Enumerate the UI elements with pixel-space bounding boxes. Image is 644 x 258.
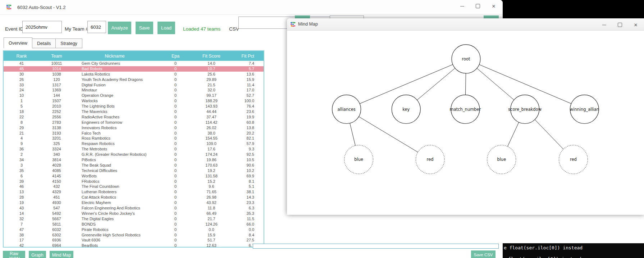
table-cell: 1317 [40,82,74,88]
table-cell: 29.89 [195,77,228,82]
tab-overview[interactable]: Overview [4,37,32,48]
table-cell: 6936 [40,237,74,243]
table-row[interactable]: 82783Engineers of Tomorrow0114.4260.8 [4,120,264,125]
table-row[interactable]: 64145WorBots0131.5869.9 [4,173,264,179]
minimize-icon[interactable] [454,0,470,12]
tab-details[interactable]: Details [32,39,56,48]
table-cell: 0 [156,200,195,205]
minimize-icon[interactable] [596,19,612,31]
table-row[interactable]: 343814PiBotics019.8610.5 [4,157,264,163]
table-row[interactable]: 43547Falcon Engineering And Robotics011.… [4,205,264,211]
maximize-icon[interactable] [612,19,628,31]
table-row[interactable]: 363324The Metrobots017.69.3 [4,146,264,152]
table-cell: 0 [156,227,195,232]
table-cell: 38 [4,232,40,238]
analyze-button[interactable]: Analyze [108,22,131,34]
table-row[interactable]: 43201Ross Rambotics0154.5582.1 [4,136,264,141]
table-cell: 0 [156,195,195,200]
table-row[interactable]: 301038Lakota Robotics025.613.6 [4,72,264,77]
table-row[interactable]: 222556RadioActive Roaches037.4719.9 [4,114,264,120]
table-row[interactable]: 194930Electric Mayhem043.9223.3 [4,200,264,205]
table-cell: 170.63 [195,163,228,168]
col-header-fitscore[interactable]: Fit Score [195,54,228,59]
table-cell: 35 [4,168,40,173]
close-icon[interactable]: ✕ [628,19,644,31]
tab-strategy[interactable]: Strategy [56,39,82,48]
table-row[interactable]: 331317Digital Fusion021.511.4 [4,82,264,88]
table-row[interactable]: 325667The Digital Eagles021.711.5 [4,216,264,222]
table-row[interactable]: 426964BearBots012.636.7 [4,243,264,248]
table-cell: 2010 [40,104,74,109]
table-row[interactable]: 11507Warlocks0188.29100.0 [4,98,264,104]
maximize-icon[interactable] [470,0,486,12]
save-button[interactable]: Save [136,22,153,34]
load-button[interactable]: Load [157,22,175,34]
table-cell: 23.3 [228,200,264,205]
table-row[interactable]: 75811BONDS0124.2666.0 [4,222,264,227]
table-cell: Youth Tech Academy Red Dragons [74,77,156,82]
tab-bar: Overview Details Strategy [4,37,82,48]
table-cell: 0 [156,216,195,222]
table-row[interactable]: 394150FRobotics015.28.1 [4,179,264,184]
table-cell: Bad Robots [74,66,156,72]
table-row[interactable]: 145492Winner's Circle Robo Jockey's066.4… [4,211,264,216]
table-row[interactable]: 134329Lutheran Roboteers071.6538.1 [4,189,264,195]
table-cell: 3201 [40,136,74,141]
table-row[interactable]: 386302Greeneville High School Robotics01… [4,232,264,238]
graph-button[interactable]: Graph [29,251,46,258]
table-cell: RadioActive Roaches [74,114,156,120]
tree-node-label: match_number [450,107,481,112]
table-row[interactable]: 52010The Lightning Bots0143.9376.4 [4,104,264,109]
table-row[interactable]: 293138Innovators Robotics026.0213.8 [4,125,264,131]
my-team-input[interactable] [87,21,106,33]
table-cell: 0 [156,82,195,88]
mind-map-button[interactable]: Mind Map [50,251,73,258]
table-cell: 8.1 [228,179,264,184]
table-cell: 109.0 [195,141,228,146]
table-cell: 5.7 [228,66,264,72]
csv-path-box[interactable] [253,244,499,249]
table-row[interactable]: 241369Minotaur032.017.0 [4,87,264,93]
table-cell: 451 [40,195,74,200]
table-row[interactable]: 451014Bad Robots010.75.7 [4,66,264,72]
table-row[interactable]: 213193Falco Tech038.020.2 [4,131,264,136]
col-header-fitpct[interactable]: Fit Pct [228,54,264,59]
table-cell: 35.3 [228,211,264,216]
col-header-nickname[interactable]: Nickname [74,54,156,59]
table-row[interactable]: 176936Vault 6936051.727.5 [4,237,264,243]
table-row[interactable]: 4110011Gem City Gridrunners014.07.4 [4,61,264,66]
table-row[interactable]: 2340G.R.R. (Greater Rochester Robotics)0… [4,152,264,157]
table-cell: 0 [156,163,195,168]
table-cell: Vault 6936 [74,237,156,243]
event-id-input[interactable] [22,21,62,33]
table-cell: 20.2 [228,131,264,136]
col-header-team[interactable]: Team [40,54,74,59]
table-cell: Cat Attack Robotics [74,195,156,200]
table-cell: 0 [156,109,195,114]
table-row[interactable]: 9325Respawn Robotics0109.057.9 [4,141,264,146]
table-cell: 6032 [40,227,74,232]
table-cell: 43 [4,205,40,211]
table-row[interactable]: 354085Technical Difficulties019.210.2 [4,168,264,173]
table-cell: 99.17 [195,93,228,98]
table-cell: 0 [156,184,195,189]
table-row[interactable]: 46432The Final Countdown09.65.1 [4,184,264,189]
raw-json-button[interactable]: Raw JSON [3,251,25,258]
close-icon[interactable]: ✕ [486,0,502,12]
mindmap-window-controls: ✕ [596,19,644,31]
table-row[interactable]: 28451Cat Attack Robotics026.9814.3 [4,195,264,200]
table-cell: 8 [4,120,40,125]
main-window-controls: ✕ [454,0,502,12]
table-cell: 0 [156,114,195,120]
table-cell: 47 [4,227,40,232]
table-cell: 33 [4,82,40,88]
table-row[interactable]: 10144Operation Orange099.1752.7 [4,93,264,98]
table-row[interactable]: 182252The Mavericks044.4423.6 [4,109,264,114]
col-header-rank[interactable]: Rank [4,54,40,59]
table-cell: 432 [40,184,74,189]
table-row[interactable]: 34028The Beak Squad0170.6390.6 [4,163,264,168]
col-header-epa[interactable]: Epa [156,54,195,59]
save-csv-button[interactable]: Save CSV [471,250,495,258]
table-row[interactable]: 476032Pirate Robotics00.00.0 [4,227,264,232]
table-row[interactable]: 26120Youth Tech Academy Red Dragons029.8… [4,77,264,82]
